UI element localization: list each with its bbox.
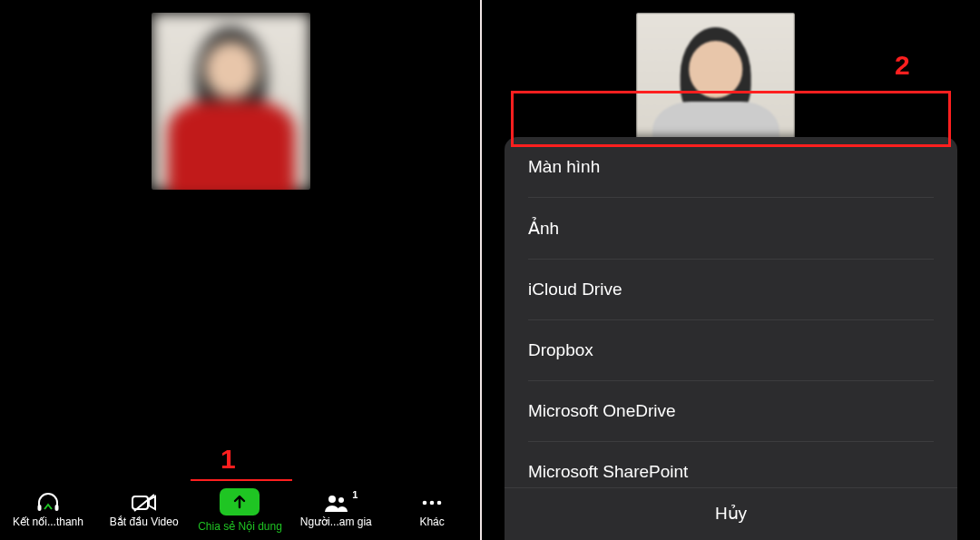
screenshot-step-2: 2 Màn hình Ảnh iCloud Drive Dropbox Micr… [482, 0, 980, 540]
meeting-toolbar: Kết nối...thanh Bắt đầu Video [0, 481, 480, 540]
svg-point-7 [430, 501, 435, 506]
share-option-onedrive[interactable]: Microsoft OneDrive [528, 381, 934, 442]
video-button[interactable]: Bắt đầu Video [96, 481, 192, 540]
annotation-number-2: 2 [895, 50, 910, 81]
more-button[interactable]: Khác [384, 481, 480, 540]
share-option-sharepoint[interactable]: Microsoft SharePoint [528, 442, 934, 487]
participant-video-thumb [152, 13, 310, 190]
share-option-dropbox[interactable]: Dropbox [528, 320, 934, 381]
more-dots-icon [419, 493, 445, 513]
share-arrow-icon [220, 488, 260, 515]
share-option-screen[interactable]: Màn hình [528, 137, 934, 198]
svg-point-5 [338, 497, 344, 503]
participants-button[interactable]: 1 Người...am gia [288, 481, 384, 540]
share-label: Chia sẻ Nội dung [198, 520, 282, 533]
audio-button[interactable]: Kết nối...thanh [0, 481, 96, 540]
participants-count-badge: 1 [352, 489, 358, 500]
headphones-icon [35, 493, 61, 513]
more-label: Khác [419, 515, 444, 528]
participants-label: Người...am gia [300, 515, 372, 528]
share-content-button[interactable]: Chia sẻ Nội dung [192, 481, 289, 540]
video-label: Bắt đầu Video [110, 515, 179, 528]
screenshot-step-1: 1 Kết nối...thanh [0, 0, 482, 540]
cancel-button[interactable]: Hủy [505, 487, 957, 540]
participants-icon: 1 [323, 493, 348, 513]
share-option-photo[interactable]: Ảnh [528, 198, 934, 260]
audio-label: Kết nối...thanh [13, 515, 83, 528]
svg-rect-1 [54, 505, 58, 511]
svg-point-4 [328, 496, 336, 503]
svg-point-6 [423, 501, 427, 506]
svg-rect-0 [37, 505, 41, 511]
share-option-icloud[interactable]: iCloud Drive [528, 260, 934, 320]
svg-point-8 [437, 501, 442, 506]
video-camera-icon [132, 493, 157, 513]
share-content-sheet: Màn hình Ảnh iCloud Drive Dropbox Micros… [505, 137, 957, 540]
annotation-number-1: 1 [220, 444, 236, 475]
